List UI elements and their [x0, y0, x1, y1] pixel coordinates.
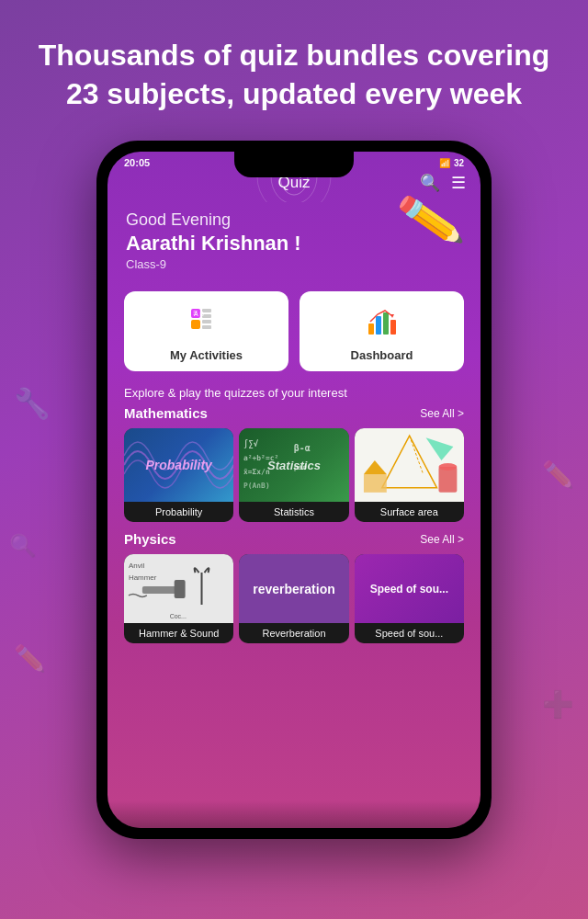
svg-text:☰: ☰	[193, 311, 198, 316]
statistics-label: Statistics	[239, 502, 348, 522]
physics-see-all[interactable]: See All >	[420, 533, 464, 546]
deco-pencil-left: ✏️	[14, 643, 46, 674]
reverb-text: reverberation	[249, 578, 338, 600]
status-right: 📶 32	[439, 158, 464, 168]
svg-text:Coc...: Coc...	[170, 613, 187, 619]
physics-section: Physics See All > Anvil Hammer	[107, 522, 481, 643]
dashboard-icon	[365, 304, 400, 341]
status-time: 20:05	[124, 157, 150, 168]
phone-wrapper: 20:05 📶 32 Quiz 🔍 ☰ Good Evening Aarathi…	[0, 141, 588, 839]
svg-marker-25	[425, 437, 453, 460]
svg-rect-23	[438, 467, 457, 493]
svg-rect-11	[390, 320, 396, 335]
svg-text:β-α: β-α	[294, 443, 311, 453]
wifi-icon: 📶	[439, 158, 450, 168]
svg-rect-9	[376, 316, 381, 335]
deco-plus-right: ➕	[542, 689, 574, 720]
my-activities-label: My Activities	[170, 348, 243, 362]
svg-rect-5	[202, 325, 211, 329]
svg-text:P(A∩B): P(A∩B)	[243, 482, 270, 490]
phone-screen: 20:05 📶 32 Quiz 🔍 ☰ Good Evening Aarathi…	[107, 152, 481, 828]
explore-text: Explore & play the quizzes of your inter…	[107, 382, 481, 405]
physics-title: Physics	[124, 531, 176, 547]
svg-rect-4	[202, 320, 211, 323]
svg-text:∫∑√: ∫∑√	[243, 439, 259, 448]
surface-area-img	[355, 428, 464, 502]
svg-rect-10	[383, 312, 389, 335]
speed-text: Speed of sou...	[367, 579, 452, 599]
hammer-card[interactable]: Anvil Hammer Co	[124, 554, 233, 643]
deco-wrench-left: 🔧	[14, 386, 51, 421]
quick-actions: A B ☰ My Activities	[107, 280, 481, 382]
phone-frame: 20:05 📶 32 Quiz 🔍 ☰ Good Evening Aarathi…	[96, 141, 492, 839]
svg-rect-29	[175, 580, 186, 598]
my-activities-icon: A B ☰	[189, 304, 224, 341]
svg-marker-22	[364, 460, 387, 474]
speed-label: Speed of sou...	[355, 623, 464, 643]
svg-line-20	[409, 436, 423, 474]
math-quiz-row: Probability Probability ∫∑√ a²+b²=c² x̄=…	[124, 428, 464, 522]
hero-tagline: Thousands of quiz bundles covering 23 su…	[37, 37, 551, 113]
svg-rect-21	[364, 474, 387, 493]
greeting-class: Class-9	[126, 257, 462, 271]
svg-rect-28	[142, 586, 179, 594]
reverberation-label: Reverberation	[239, 623, 348, 643]
hammer-label: Hammer & Sound	[124, 623, 233, 643]
svg-rect-8	[368, 323, 374, 335]
reverb-img: reverberation	[239, 554, 348, 623]
dashboard-card[interactable]: Dashboard	[300, 291, 464, 371]
statistics-text: Statistics	[267, 459, 321, 472]
hammer-img: Anvil Hammer Co	[124, 554, 233, 623]
phone-notch	[234, 152, 354, 177]
speed-sound-card[interactable]: Speed of sou... Speed of sou...	[355, 554, 464, 643]
math-title: Mathematics	[124, 405, 208, 421]
deco-edit-right: ✏️	[542, 460, 574, 490]
physics-quiz-row: Anvil Hammer Co	[124, 554, 464, 643]
math-header: Mathematics See All >	[124, 405, 464, 421]
math-see-all[interactable]: See All >	[420, 407, 464, 420]
physics-header: Physics See All >	[124, 531, 464, 547]
surface-area-label: Surface area	[355, 502, 464, 522]
probability-text: Probability	[145, 458, 211, 472]
bottom-fade	[107, 800, 481, 828]
greeting-section: Good Evening Aarathi Krishnan ! Class-9 …	[107, 199, 481, 280]
my-activities-card[interactable]: A B ☰ My Activities	[124, 291, 288, 371]
mathematics-section: Mathematics See All > Proba	[107, 405, 481, 522]
deco-search-left: 🔍	[9, 533, 37, 559]
svg-marker-19	[381, 436, 436, 488]
dashboard-label: Dashboard	[351, 348, 413, 362]
reverberation-card[interactable]: reverberation Reverberation	[239, 554, 348, 643]
svg-rect-3	[191, 320, 200, 329]
svg-text:x̄=Σx/n: x̄=Σx/n	[243, 468, 270, 476]
battery-level: 32	[454, 158, 464, 168]
svg-marker-12	[390, 314, 394, 318]
svg-text:Hammer: Hammer	[129, 573, 157, 582]
statistics-card[interactable]: ∫∑√ a²+b²=c² x̄=Σx/n P(A∩B) β-α μ±σ Stat…	[239, 428, 348, 522]
probability-card[interactable]: Probability Probability	[124, 428, 233, 522]
statistics-img: ∫∑√ a²+b²=c² x̄=Σx/n P(A∩B) β-α μ±σ Stat…	[239, 428, 348, 502]
svg-point-24	[438, 463, 457, 471]
probability-label: Probability	[124, 502, 233, 522]
surface-area-card[interactable]: Surface area	[355, 428, 464, 522]
svg-text:Anvil: Anvil	[129, 562, 144, 570]
hero-section: Thousands of quiz bundles covering 23 su…	[0, 0, 588, 131]
speed-img: Speed of sou...	[355, 554, 464, 623]
probability-img: Probability	[124, 428, 233, 502]
